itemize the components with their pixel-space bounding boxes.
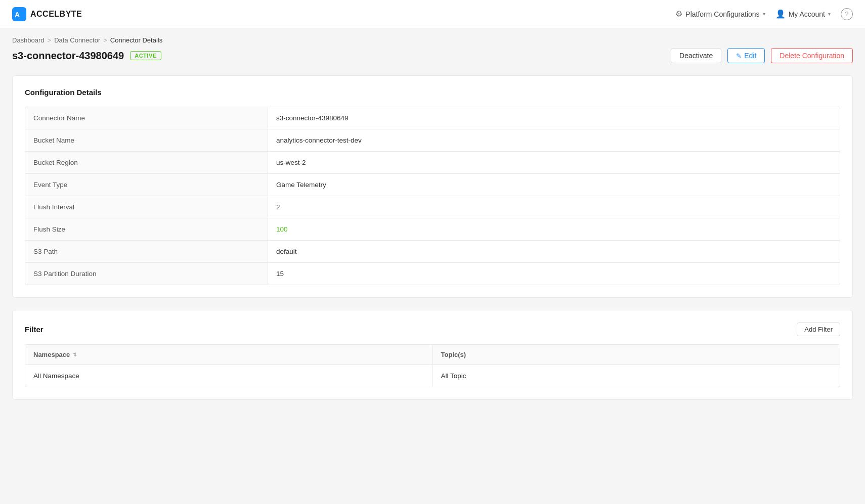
config-field-label: Flush Interval <box>25 196 268 218</box>
config-row: Flush Size100 <box>25 218 840 241</box>
logo-area: A ACCELBYTE <box>12 7 82 21</box>
config-row: Flush Interval2 <box>25 196 840 218</box>
gear-icon: ⚙ <box>675 9 682 19</box>
logo-text: ACCELBYTE <box>30 10 82 19</box>
config-field-value: 15 <box>268 263 840 285</box>
status-badge: ACTIVE <box>130 51 161 60</box>
config-field-value: 2 <box>268 196 840 218</box>
app-header: A ACCELBYTE ⚙ Platform Configurations ▾ … <box>0 0 865 28</box>
platform-config-chevron-icon: ▾ <box>763 11 765 17</box>
filter-rows: All NamespaceAll Topic <box>25 365 840 387</box>
my-account-nav[interactable]: 👤 My Account ▾ <box>775 9 831 19</box>
help-button[interactable]: ? <box>841 8 853 20</box>
svg-text:A: A <box>15 11 20 19</box>
config-field-value: analytics-connector-test-dev <box>268 129 840 151</box>
breadcrumb-sep-2: > <box>103 36 107 44</box>
filter-title: Filter <box>25 325 44 334</box>
config-field-value: us-west-2 <box>268 152 840 173</box>
user-icon: 👤 <box>775 9 786 19</box>
config-row: Bucket Regionus-west-2 <box>25 152 840 174</box>
filter-namespace-cell: All Namespace <box>25 365 433 387</box>
filter-table: Namespace ⇅ Topic(s) All NamespaceAll To… <box>25 344 840 387</box>
main-content: Dashboard > Data Connector > Connector D… <box>0 28 865 420</box>
configuration-details-title: Configuration Details <box>25 88 840 97</box>
my-account-label: My Account <box>789 10 825 18</box>
config-row: S3 Partition Duration15 <box>25 263 840 285</box>
deactivate-button[interactable]: Deactivate <box>671 48 721 63</box>
filter-card: Filter Add Filter Namespace ⇅ Topic(s) A… <box>12 310 853 400</box>
filter-row: All NamespaceAll Topic <box>25 365 840 387</box>
filter-topics-cell: All Topic <box>433 365 840 387</box>
breadcrumb-dashboard[interactable]: Dashboard <box>12 36 45 44</box>
config-field-label: S3 Partition Duration <box>25 263 268 285</box>
config-field-label: Flush Size <box>25 218 268 240</box>
namespace-sort-icon[interactable]: ⇅ <box>73 352 77 357</box>
config-field-label: Bucket Region <box>25 152 268 173</box>
edit-button[interactable]: ✎ Edit <box>727 48 765 63</box>
page-title-row: s3-connector-43980649 ACTIVE Deactivate … <box>12 48 853 63</box>
page-actions: Deactivate ✎ Edit Delete Configuration <box>671 48 853 63</box>
breadcrumb-sep-1: > <box>48 36 52 44</box>
page-title-area: s3-connector-43980649 ACTIVE <box>12 50 161 62</box>
config-row: Bucket Nameanalytics-connector-test-dev <box>25 129 840 152</box>
page-title: s3-connector-43980649 <box>12 50 124 62</box>
my-account-chevron-icon: ▾ <box>828 11 831 17</box>
namespace-column-header: Namespace ⇅ <box>25 345 433 364</box>
accelbyte-logo-icon: A <box>12 7 26 21</box>
config-field-value: s3-connector-43980649 <box>268 107 840 129</box>
add-filter-button[interactable]: Add Filter <box>797 323 840 336</box>
edit-label: Edit <box>744 52 756 60</box>
breadcrumb-data-connector[interactable]: Data Connector <box>54 36 100 44</box>
config-field-value: default <box>268 241 840 262</box>
config-row: Connector Names3-connector-43980649 <box>25 107 840 129</box>
config-row: S3 Pathdefault <box>25 241 840 263</box>
breadcrumb: Dashboard > Data Connector > Connector D… <box>12 36 853 44</box>
breadcrumb-connector-details: Connector Details <box>110 36 162 44</box>
filter-header: Filter Add Filter <box>25 323 840 336</box>
edit-pencil-icon: ✎ <box>736 52 742 60</box>
config-field-label: Event Type <box>25 174 268 196</box>
configuration-details-card: Configuration Details Connector Names3-c… <box>12 75 853 298</box>
config-field-label: Connector Name <box>25 107 268 129</box>
config-row: Event TypeGame Telemetry <box>25 174 840 196</box>
platform-configurations-label: Platform Configurations <box>685 10 759 18</box>
filter-table-header: Namespace ⇅ Topic(s) <box>25 345 840 365</box>
header-nav: ⚙ Platform Configurations ▾ 👤 My Account… <box>675 8 853 20</box>
config-field-value: 100 <box>268 218 840 240</box>
topics-column-header: Topic(s) <box>433 345 840 364</box>
platform-configurations-nav[interactable]: ⚙ Platform Configurations ▾ <box>675 9 765 19</box>
delete-configuration-button[interactable]: Delete Configuration <box>771 48 853 63</box>
config-field-label: Bucket Name <box>25 129 268 151</box>
config-field-label: S3 Path <box>25 241 268 262</box>
config-table: Connector Names3-connector-43980649Bucke… <box>25 107 840 285</box>
config-field-value: Game Telemetry <box>268 174 840 196</box>
